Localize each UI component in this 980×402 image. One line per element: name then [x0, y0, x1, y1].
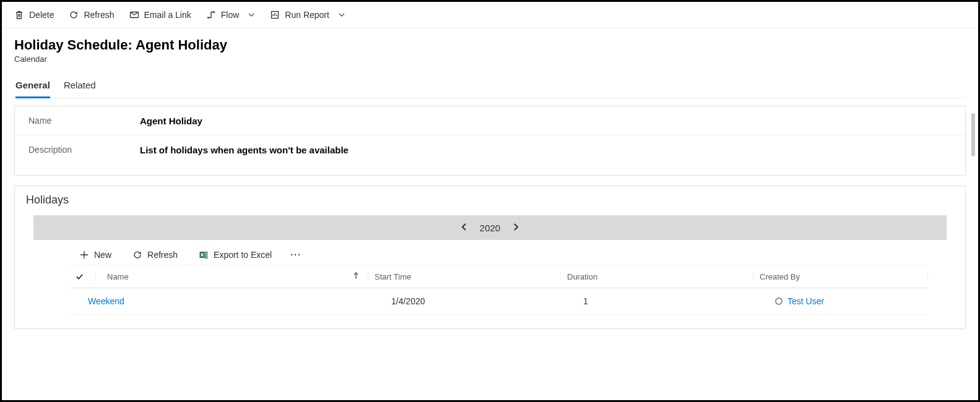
chevron-down-icon — [338, 11, 345, 19]
report-icon — [270, 10, 280, 20]
col-created-by[interactable]: Created By — [753, 272, 928, 281]
tabs: General Related — [14, 76, 966, 98]
form-row-description: Description List of holidays when agents… — [15, 135, 965, 175]
chevron-down-icon — [248, 11, 255, 19]
table-row[interactable]: Weekend 1/4/2020 1 Test User — [71, 288, 928, 315]
sort-asc-icon[interactable] — [353, 272, 359, 281]
grid-refresh-label: Refresh — [147, 250, 178, 260]
tab-related[interactable]: Related — [64, 76, 96, 98]
grid-header: Name Start Time Duration Created By — [71, 265, 928, 288]
holidays-command-bar: New Refresh Export to Excel ··· — [15, 240, 965, 265]
email-link-label: Email a Link — [144, 10, 191, 20]
new-button[interactable]: New — [71, 250, 120, 260]
name-value[interactable]: Agent Holiday — [140, 116, 202, 126]
email-icon — [129, 10, 139, 20]
run-report-label: Run Report — [285, 10, 329, 20]
row-start-time: 1/4/2020 — [385, 296, 577, 306]
delete-button[interactable]: Delete — [7, 2, 61, 28]
year-label: 2020 — [480, 223, 500, 233]
excel-icon — [199, 250, 209, 260]
flow-icon — [206, 10, 216, 20]
plus-icon — [79, 250, 89, 260]
col-duration[interactable]: Duration — [560, 272, 753, 281]
refresh-icon — [69, 10, 79, 20]
svg-rect-1 — [207, 17, 209, 19]
delete-icon — [14, 10, 24, 20]
description-value[interactable]: List of holidays when agents won't be av… — [140, 145, 349, 155]
command-bar: Delete Refresh Email a Link Flow — [2, 2, 978, 28]
form-row-name: Name Agent Holiday — [15, 106, 965, 135]
scrollbar[interactable] — [971, 113, 975, 156]
run-report-button[interactable]: Run Report — [262, 2, 353, 28]
name-label: Name — [28, 116, 140, 126]
more-commands-button[interactable]: ··· — [284, 250, 308, 260]
col-start-time[interactable]: Start Time — [368, 272, 560, 281]
page-subtitle: Calendar — [14, 54, 966, 64]
new-label: New — [94, 250, 111, 260]
page-title: Holiday Schedule: Agent Holiday — [14, 37, 966, 53]
export-excel-button[interactable]: Export to Excel — [190, 250, 280, 260]
refresh-button[interactable]: Refresh — [61, 2, 121, 28]
row-duration: 1 — [577, 296, 769, 306]
col-name[interactable]: Name — [103, 272, 129, 281]
select-all-checkbox[interactable] — [71, 273, 88, 281]
description-label: Description — [28, 145, 140, 155]
holidays-title: Holidays — [15, 194, 965, 207]
svg-rect-2 — [213, 11, 215, 13]
next-year-button[interactable] — [511, 223, 520, 233]
email-link-button[interactable]: Email a Link — [122, 2, 199, 28]
year-selector: 2020 — [33, 215, 947, 240]
row-name-link[interactable]: Weekend — [88, 296, 124, 306]
refresh-icon — [132, 250, 142, 260]
prev-year-button[interactable] — [460, 223, 469, 233]
flow-button[interactable]: Flow — [199, 2, 263, 28]
grid-refresh-button[interactable]: Refresh — [124, 250, 186, 260]
content-area: Name Agent Holiday Description List of h… — [2, 98, 978, 329]
export-excel-label: Export to Excel — [214, 250, 272, 260]
tab-general[interactable]: General — [15, 76, 50, 98]
user-link[interactable]: Test User — [787, 296, 824, 306]
delete-label: Delete — [29, 10, 54, 20]
page-header: Holiday Schedule: Agent Holiday Calendar… — [2, 28, 978, 98]
presence-icon — [775, 297, 783, 305]
holidays-grid: Name Start Time Duration Created By Week… — [71, 265, 928, 315]
flow-label: Flow — [221, 10, 240, 20]
form-panel: Name Agent Holiday Description List of h… — [14, 106, 966, 176]
row-created-by[interactable]: Test User — [775, 296, 928, 306]
refresh-label: Refresh — [84, 10, 114, 20]
holidays-panel: Holidays 2020 New — [14, 186, 966, 329]
